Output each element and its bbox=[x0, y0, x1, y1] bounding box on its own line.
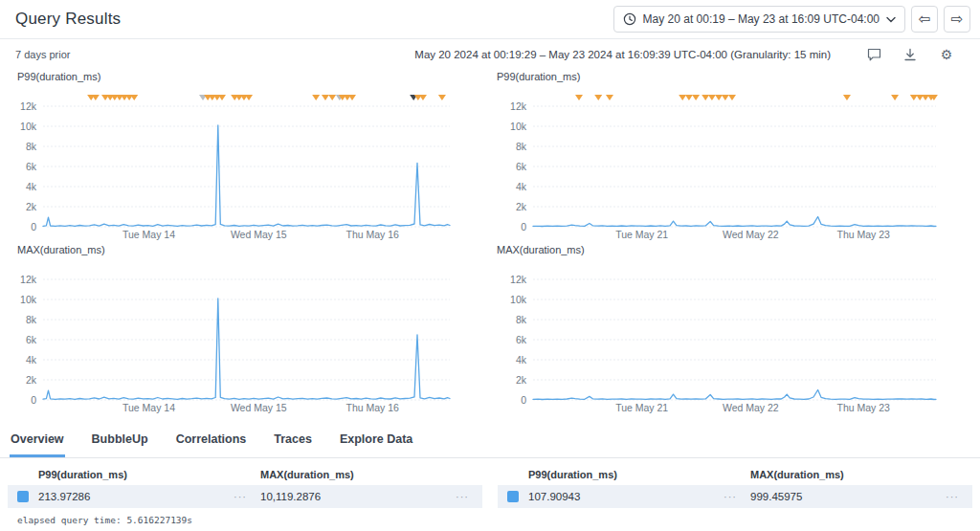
svg-text:Thu May 23: Thu May 23 bbox=[836, 402, 890, 413]
relative-time-label: 7 days prior bbox=[15, 49, 70, 60]
header: Query Results May 20 at 00:19 – May 23 a… bbox=[0, 0, 980, 39]
svg-text:6k: 6k bbox=[26, 161, 37, 172]
svg-text:Tue May 14: Tue May 14 bbox=[122, 229, 175, 240]
chart-p99-comparison: P99(duration_ms) 02k4k6k8k10k12kTue May … bbox=[0, 69, 490, 242]
svg-text:8k: 8k bbox=[516, 141, 527, 152]
svg-text:0: 0 bbox=[521, 394, 526, 406]
series-summary-row[interactable]: 107.90943 ··· 999.45975 ··· bbox=[498, 485, 972, 508]
series-summary-row[interactable]: 213.97286 ··· 10,119.2876 ··· bbox=[8, 485, 482, 508]
tab-correlations[interactable]: Correlations bbox=[175, 425, 248, 457]
svg-text:Tue May 21: Tue May 21 bbox=[615, 402, 668, 413]
svg-text:6k: 6k bbox=[26, 334, 37, 345]
series-swatch[interactable] bbox=[17, 491, 29, 502]
subheader-right: May 20 2024 at 00:19:29 – May 23 2024 at… bbox=[414, 48, 965, 61]
summary-header-row: P99(duration_ms) MAX(duration_ms) bbox=[498, 466, 972, 482]
svg-text:0: 0 bbox=[521, 221, 526, 232]
svg-text:12k: 12k bbox=[510, 100, 527, 112]
svg-text:4k: 4k bbox=[516, 354, 527, 365]
svg-text:8k: 8k bbox=[26, 314, 37, 325]
chart-max-comparison: MAX(duration_ms) 02k4k6k8k10k12kTue May … bbox=[0, 242, 490, 415]
cell-menu-icon[interactable]: ··· bbox=[724, 491, 737, 502]
max-current-line-chart[interactable]: 02k4k6k8k10k12kTue May 21Wed May 22Thu M… bbox=[490, 258, 980, 415]
svg-text:2k: 2k bbox=[26, 374, 37, 386]
chart-title: P99(duration_ms) bbox=[490, 69, 980, 85]
summary-table-comparison: P99(duration_ms) MAX(duration_ms) 213.97… bbox=[0, 466, 490, 508]
column-header-p99: P99(duration_ms) bbox=[38, 469, 260, 480]
svg-text:4k: 4k bbox=[26, 181, 37, 192]
svg-text:10k: 10k bbox=[510, 121, 527, 132]
svg-text:10k: 10k bbox=[510, 294, 527, 305]
svg-text:6k: 6k bbox=[516, 161, 527, 172]
svg-text:Wed May 22: Wed May 22 bbox=[723, 402, 779, 413]
svg-text:Wed May 22: Wed May 22 bbox=[723, 229, 779, 240]
p99-value: 213.97286 bbox=[38, 491, 90, 502]
column-header-p99: P99(duration_ms) bbox=[528, 469, 750, 480]
resolved-time-range: May 20 2024 at 00:19:29 – May 23 2024 at… bbox=[414, 49, 831, 60]
chart-title: MAX(duration_ms) bbox=[490, 242, 980, 258]
svg-text:0: 0 bbox=[31, 394, 36, 406]
svg-text:12k: 12k bbox=[20, 274, 37, 285]
tab-bubbleup[interactable]: BubbleUp bbox=[91, 425, 149, 457]
svg-text:6k: 6k bbox=[516, 334, 527, 345]
max-value: 10,119.2876 bbox=[260, 491, 321, 502]
svg-text:Thu May 16: Thu May 16 bbox=[346, 229, 400, 240]
results-tab-bar: Overview BubbleUp Correlations Traces Ex… bbox=[0, 425, 980, 458]
query-results-page: Query Results May 20 at 00:19 – May 23 a… bbox=[0, 0, 980, 531]
svg-text:Thu May 23: Thu May 23 bbox=[836, 229, 890, 240]
chart-title: MAX(duration_ms) bbox=[0, 242, 490, 258]
svg-text:Tue May 21: Tue May 21 bbox=[615, 229, 668, 240]
subheader: 7 days prior May 20 2024 at 00:19:29 – M… bbox=[0, 39, 980, 69]
summary-tables: P99(duration_ms) MAX(duration_ms) 213.97… bbox=[0, 466, 980, 508]
summary-header-row: P99(duration_ms) MAX(duration_ms) bbox=[8, 466, 482, 482]
chart-title: P99(duration_ms) bbox=[0, 69, 490, 85]
cell-menu-icon[interactable]: ··· bbox=[234, 491, 247, 502]
arrow-left-icon: ⇦ bbox=[919, 11, 931, 28]
svg-text:12k: 12k bbox=[510, 274, 527, 285]
time-range-picker[interactable]: May 20 at 00:19 – May 23 at 16:09 UTC-04… bbox=[613, 6, 905, 33]
max-comparison-line-chart[interactable]: 02k4k6k8k10k12kTue May 14Wed May 15Thu M… bbox=[0, 258, 490, 415]
p99-value: 107.90943 bbox=[528, 491, 580, 502]
gear-icon[interactable]: ⚙ bbox=[928, 48, 965, 61]
chart-p99-current: P99(duration_ms) 02k4k6k8k10k12kTue May … bbox=[490, 69, 980, 242]
svg-text:4k: 4k bbox=[26, 354, 37, 365]
time-shift-forward-button[interactable]: ⇨ bbox=[944, 6, 970, 33]
comment-icon[interactable] bbox=[856, 48, 892, 61]
series-swatch[interactable] bbox=[507, 491, 519, 502]
svg-text:10k: 10k bbox=[20, 121, 37, 132]
cell-menu-icon[interactable]: ··· bbox=[456, 491, 469, 502]
charts-grid: P99(duration_ms) 02k4k6k8k10k12kTue May … bbox=[0, 69, 980, 415]
cell-menu-icon[interactable]: ··· bbox=[946, 491, 959, 502]
chart-max-current: MAX(duration_ms) 02k4k6k8k10k12kTue May … bbox=[490, 242, 980, 415]
column-header-max: MAX(duration_ms) bbox=[750, 469, 972, 480]
svg-text:12k: 12k bbox=[20, 100, 37, 112]
svg-text:Wed May 15: Wed May 15 bbox=[231, 229, 287, 240]
svg-text:0: 0 bbox=[31, 221, 36, 232]
tab-overview[interactable]: Overview bbox=[10, 425, 65, 457]
header-controls: May 20 at 00:19 – May 23 at 16:09 UTC-04… bbox=[613, 6, 970, 33]
svg-text:Wed May 15: Wed May 15 bbox=[231, 402, 287, 413]
max-value: 999.45975 bbox=[750, 491, 802, 502]
clock-icon bbox=[623, 12, 636, 26]
column-header-max: MAX(duration_ms) bbox=[260, 469, 482, 480]
time-shift-back-button[interactable]: ⇦ bbox=[911, 6, 938, 33]
p99-current-line-chart[interactable]: 02k4k6k8k10k12kTue May 21Wed May 22Thu M… bbox=[490, 85, 980, 242]
svg-text:Thu May 16: Thu May 16 bbox=[346, 402, 400, 413]
svg-text:8k: 8k bbox=[516, 314, 527, 325]
download-icon[interactable] bbox=[892, 48, 928, 61]
tab-traces[interactable]: Traces bbox=[273, 425, 313, 457]
page-title: Query Results bbox=[15, 10, 121, 29]
svg-text:Tue May 14: Tue May 14 bbox=[122, 402, 175, 413]
elapsed-query-time: elapsed query time: 5.616227139s bbox=[0, 515, 980, 525]
tab-explore-data[interactable]: Explore Data bbox=[339, 425, 413, 457]
chevron-down-icon bbox=[886, 16, 896, 23]
svg-text:10k: 10k bbox=[20, 294, 37, 305]
svg-text:8k: 8k bbox=[26, 141, 37, 152]
time-range-label: May 20 at 00:19 – May 23 at 16:09 UTC-04… bbox=[643, 12, 880, 26]
arrow-right-icon: ⇨ bbox=[951, 11, 964, 28]
summary-table-current: P99(duration_ms) MAX(duration_ms) 107.90… bbox=[490, 466, 980, 508]
p99-comparison-line-chart[interactable]: 02k4k6k8k10k12kTue May 14Wed May 15Thu M… bbox=[0, 85, 490, 242]
svg-text:2k: 2k bbox=[516, 374, 527, 386]
svg-text:2k: 2k bbox=[26, 201, 37, 212]
svg-text:2k: 2k bbox=[516, 201, 527, 212]
svg-text:4k: 4k bbox=[516, 181, 527, 192]
